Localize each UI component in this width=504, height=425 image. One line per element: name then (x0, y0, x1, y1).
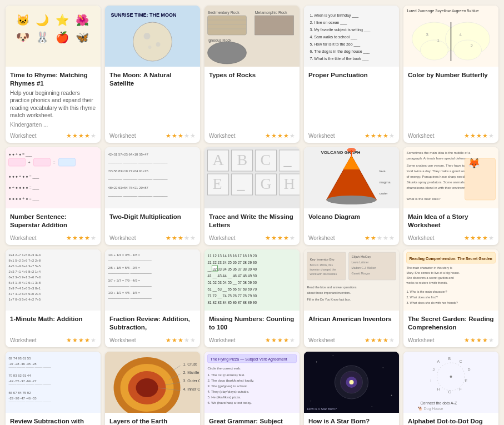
card-minute-math-addition[interactable]: 3+4 2+7 1+5 6+3 4+4 8+1 5+2 3+6 7+2 2+8 … (6, 249, 101, 347)
card-how-star-born[interactable]: ✦ ✦ ✦ ✦ ✦ ✦ How is A Star Born? How is A… (304, 352, 399, 425)
card-title: Color by Number Butterfly (408, 71, 494, 79)
svg-rect-42 (34, 158, 51, 166)
card-title: Time to Rhyme: Matching Rhymes #1 (10, 71, 96, 88)
star-filled: ★ (482, 234, 488, 242)
card-the-moon[interactable]: SUNRISE TIME: THE MOON The Moon: A Natur… (105, 6, 200, 143)
card-type: Worksheet (109, 133, 136, 139)
svg-text:D: D (468, 368, 471, 372)
svg-text:81  82  83  84  85  86  87  88: 81 82 83 84 85 86 87 88 89 90 (208, 301, 257, 304)
card-body: Types of Rocks (204, 67, 300, 132)
svg-text:────  ────  ────  ────  ────: ──── ──── ──── ──── ──── (8, 366, 52, 369)
star-empty: ★ (190, 234, 196, 242)
card-secret-garden[interactable]: Reading Comprehension: The Secret Garden… (403, 249, 498, 347)
card-title: Proper Punctuation (308, 71, 395, 79)
svg-point-31 (421, 40, 448, 60)
svg-text:──────  ──────  ──────  ──────: ────── ────── ────── ────── (108, 161, 168, 164)
svg-point-149 (136, 378, 158, 397)
card-number-sentence[interactable]: ● ● + ● = ___ + = ● ● ● + ● ● = ___ ● + … (6, 147, 101, 245)
card-main-idea-story[interactable]: Sometimes the main idea is the middle of… (403, 147, 498, 245)
svg-text:1: 1 (437, 38, 440, 43)
card-body: Layers of the Earth (105, 413, 200, 425)
card-volcano-diagram[interactable]: VOLCANO GRAPH lava magma crater Volcano … (304, 147, 399, 245)
star-filled: ★ (72, 132, 78, 139)
svg-text:🍎: 🍎 (56, 31, 69, 44)
card-trace-write-letters[interactable]: A B C _ E _ G H Trace and Write the Miss… (204, 147, 300, 245)
star-filled: ★ (470, 337, 476, 344)
card-footer: Worksheet ★★★★★ (403, 132, 498, 143)
svg-text:She discovers a secret garden : She discovers a secret garden and (407, 276, 454, 279)
card-title: Main Idea of a Story Worksheet (408, 213, 494, 229)
card-body: Color by Number Butterfly (403, 67, 498, 132)
star-filled: ★ (476, 337, 482, 344)
card-missing-numbers[interactable]: 11 12 13 14 15 16 17 18 19 20 21 22 23 2… (204, 249, 300, 347)
card-time-to-rhyme[interactable]: 🐱 🌙 ⭐ 🌺 🐶 🐰 🍎 🦋 Time to Rhyme: Matching … (6, 6, 101, 143)
card-title: Volcano Diagram (308, 213, 395, 221)
card-footer: Worksheet ★★★★★ (304, 337, 399, 347)
card-footer: Worksheet ★★★★★ (105, 234, 200, 245)
card-thumbnail: SUNRISE TIME: THE MOON (105, 6, 200, 67)
svg-text:4. They (play/plays) outside.: 4. They (play/plays) outside. (208, 390, 249, 393)
card-alphabet-dog[interactable]: A B C D E F G H I J Connect the dots A-Z… (403, 352, 498, 425)
svg-point-11 (156, 42, 161, 47)
svg-text:Connect the dots A-Z: Connect the dots A-Z (421, 401, 457, 405)
card-layers-earth[interactable]: 1. Crust 2. Mantle 3. Outer Core 4. Inne… (105, 352, 200, 425)
card-type: Worksheet (308, 235, 335, 241)
svg-text:C: C (460, 359, 462, 363)
card-footer: Worksheet ★★★★★ (105, 132, 200, 143)
star-rating: ★★★★★ (166, 132, 196, 139)
card-fraction-review[interactable]: 1/4 + 1/4 = 3/8 - 1/8 = ───────── ──────… (105, 249, 200, 347)
svg-point-75 (347, 148, 356, 152)
svg-text:─────────    ─────────: ───────── ───────── (108, 297, 152, 300)
star-rating: ★★★★★ (66, 234, 96, 242)
card-type: Worksheet (408, 133, 435, 139)
star-filled: ★ (178, 337, 183, 344)
card-footer: Worksheet ★★★★★ (403, 337, 498, 347)
card-body: Trace and Write the Missing Letters (204, 208, 300, 234)
card-title: Missing Numbers: Counting to 100 (209, 315, 295, 332)
card-thumbnail: 82 74 93 61 55 -37 -28 -46 -35 -28 ──── … (6, 352, 101, 413)
star-empty: ★ (184, 132, 189, 139)
card-grammar-verb-agreement[interactable]: The Flying Pizza — Subject Verb Agreemen… (204, 352, 300, 425)
card-thumbnail: 1. when is your birthday ___ 2. I live o… (304, 6, 399, 67)
svg-text:_: _ (237, 175, 246, 192)
svg-text:● ● + ● = ___: ● ● + ● = ___ (9, 152, 32, 157)
card-title: Great Grammar: Subject Verb Agreement (209, 417, 295, 425)
card-footer: Worksheet ★★★★★ (204, 337, 300, 347)
svg-text:B: B (237, 151, 248, 168)
card-thumbnail: 42×31 57×23 64×18 35×47 ────── ────── ──… (105, 147, 200, 208)
star-filled: ★ (84, 337, 90, 344)
svg-text:Key Inventor Bio: Key Inventor Bio (310, 258, 335, 261)
svg-text:food twice a day. They make a : food twice a day. They make a good sourc… (407, 169, 471, 173)
card-title: Review Subtraction with Regrouping (10, 417, 96, 425)
svg-text:3: 3 (426, 32, 429, 37)
star-filled: ★ (476, 234, 482, 242)
star-empty: ★ (190, 337, 196, 344)
card-two-digit-multiplication[interactable]: 42×31 57×23 64×18 35×47 ────── ────── ──… (105, 147, 200, 245)
svg-text:● ● ● ● + ● = ___: ● ● ● ● + ● = ___ (9, 197, 39, 201)
svg-text:about these important inventor: about these important inventors. (307, 291, 351, 294)
card-subtraction-regrouping[interactable]: 82 74 93 61 55 -37 -28 -46 -35 -28 ──── … (6, 352, 101, 425)
svg-text:──────  ──────  ──────  ──────: ────── ────── ────── ────── (108, 194, 168, 198)
card-african-american-inventors[interactable]: Key Inventor Bio Born in 1800s, this inv… (304, 249, 399, 347)
svg-text:────  ────  ────  ────  ────: ──── ──── ──── ──── ──── (8, 400, 52, 403)
card-proper-punctuation[interactable]: 1. when is your birthday ___ 2. I live o… (304, 6, 399, 143)
star-filled: ★ (470, 132, 476, 139)
card-types-of-rocks[interactable]: Sedimentary Rock Metamorphic Rock Igneou… (204, 6, 300, 143)
svg-text:2/5 + 1/5 =    5/6 - 2/6 =: 2/5 + 1/5 = 5/6 - 2/6 = (108, 266, 141, 269)
svg-text:crater: crater (380, 192, 388, 195)
card-thumbnail: A B C _ E _ G H (204, 147, 300, 208)
svg-text:✦: ✦ (391, 394, 393, 397)
svg-text:Skunks spray predators. Some a: Skunks spray predators. Some animals lik… (407, 181, 471, 184)
svg-text:82   74   93   61   55: 82 74 93 61 55 (9, 357, 32, 360)
star-empty: ★ (377, 234, 382, 242)
svg-text:🐱: 🐱 (16, 13, 30, 27)
card-type: Worksheet (10, 235, 37, 241)
card-color-butterfly[interactable]: 1=red 2=orange 3=yellow 4=green 5=blue 3… (403, 6, 498, 143)
star-empty: ★ (184, 337, 189, 344)
svg-text:Fill in the Do You Know fact b: Fill in the Do You Know fact box. (307, 298, 351, 301)
svg-text:56   67   84   75   92: 56 67 84 75 92 (9, 391, 32, 394)
card-body: African American Inventors (304, 311, 399, 337)
star-filled: ★ (277, 234, 283, 242)
star-filled: ★ (66, 132, 72, 139)
svg-point-189 (450, 376, 452, 378)
